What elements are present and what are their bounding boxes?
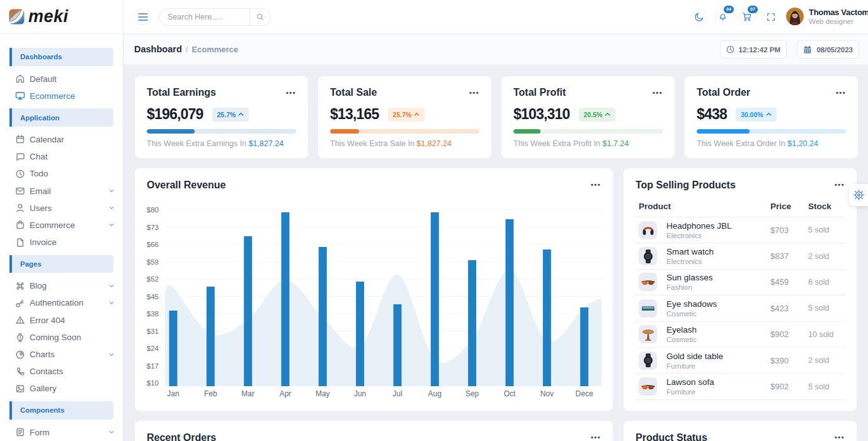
svg-text:Feb: Feb [204,389,217,398]
svg-text:Jan: Jan [167,389,179,398]
svg-text:Mar: Mar [241,389,254,398]
svg-text:$45: $45 [147,293,159,301]
svg-text:Nov: Nov [540,389,554,398]
svg-text:$24: $24 [147,345,159,352]
svg-text:Aug: Aug [428,389,442,398]
svg-text:Jun: Jun [354,389,366,398]
svg-text:May: May [316,389,330,398]
svg-text:$52: $52 [147,275,159,283]
svg-text:$38: $38 [147,310,159,318]
svg-text:$73: $73 [147,224,159,231]
svg-text:Oct: Oct [504,389,516,398]
svg-text:$10: $10 [147,379,159,387]
svg-text:Jul: Jul [392,389,402,398]
svg-text:$66: $66 [147,241,159,248]
svg-text:Sep: Sep [465,389,479,398]
svg-text:$59: $59 [147,258,159,266]
svg-text:$80: $80 [147,206,159,214]
svg-text:$31: $31 [147,328,159,335]
svg-text:Dece: Dece [576,389,593,398]
svg-text:Apr: Apr [280,389,292,398]
svg-text:$17: $17 [147,362,159,370]
